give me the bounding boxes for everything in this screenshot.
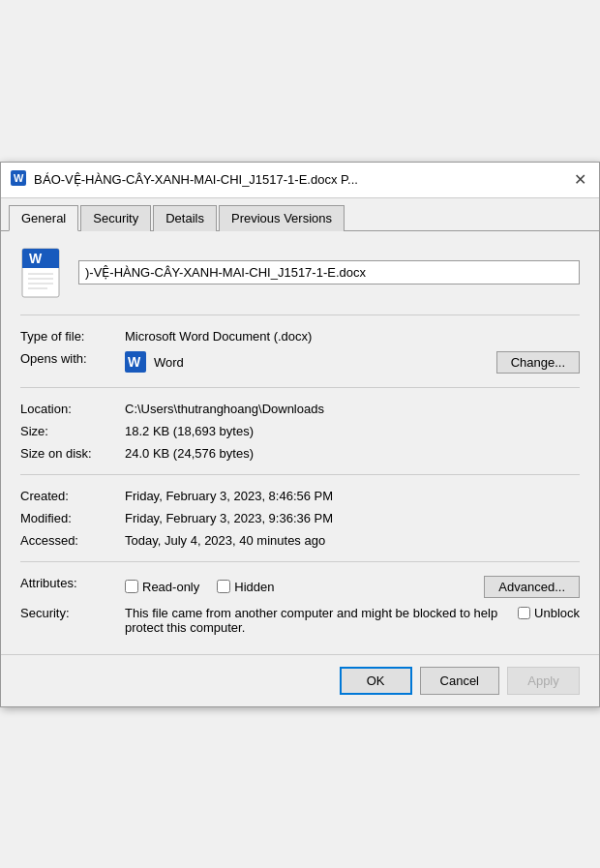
opens-with-app: Word [154, 355, 184, 370]
title-bar: W BẢO-VỆ-HÀNG-CÂY-XANH-MAI-CHI_J1517-1-E… [1, 163, 599, 198]
size-disk-row: Size on disk: 24.0 KB (24,576 bytes) [20, 442, 580, 464]
hidden-checkbox-label[interactable]: Hidden [217, 580, 274, 594]
modified-label: Modified: [20, 511, 117, 525]
accessed-row: Accessed: Today, July 4, 2023, 40 minute… [20, 529, 580, 552]
opens-label: Opens with: [20, 351, 117, 366]
tab-general[interactable]: General [9, 205, 78, 231]
tab-details[interactable]: Details [153, 205, 217, 231]
advanced-button[interactable]: Advanced... [484, 576, 580, 598]
attributes-row: Attributes: Read-only Hidden Advanced... [20, 572, 580, 602]
security-text: This file came from another computer and… [125, 606, 508, 635]
created-label: Created: [20, 489, 117, 503]
unblock-label: Unblock [534, 606, 580, 620]
type-label: Type of file: [20, 329, 117, 344]
hidden-checkbox[interactable] [217, 580, 230, 593]
cancel-button[interactable]: Cancel [420, 667, 499, 695]
svg-text:W: W [14, 172, 24, 184]
created-value: Friday, February 3, 2023, 8:46:56 PM [125, 489, 580, 503]
properties-dialog: W BẢO-VỆ-HÀNG-CÂY-XANH-MAI-CHI_J1517-1-E… [0, 162, 600, 707]
modified-value: Friday, February 3, 2023, 9:36:36 PM [125, 511, 580, 525]
window-title: BẢO-VỆ-HÀNG-CÂY-XANH-MAI-CHI_J1517-1-E.d… [34, 172, 358, 187]
accessed-label: Accessed: [20, 533, 117, 548]
readonly-label: Read-only [142, 580, 199, 594]
readonly-checkbox-label[interactable]: Read-only [125, 580, 199, 594]
location-value: C:\Users\thutranghoang\Downloads [125, 402, 580, 416]
type-row: Type of file: Microsoft Word Document (.… [20, 325, 580, 347]
size-row: Size: 18.2 KB (18,693 bytes) [20, 420, 580, 442]
attributes-content: Read-only Hidden Advanced... [125, 576, 580, 598]
divider-3 [20, 474, 580, 475]
size-disk-label: Size on disk: [20, 446, 117, 461]
security-label: Security: [20, 606, 117, 620]
dialog-footer: OK Cancel Apply [1, 654, 599, 706]
type-value: Microsoft Word Document (.docx) [125, 329, 580, 344]
size-label: Size: [20, 424, 117, 438]
divider-2 [20, 387, 580, 388]
size-disk-value: 24.0 KB (24,576 bytes) [125, 446, 580, 461]
title-bar-left: W BẢO-VỆ-HÀNG-CÂY-XANH-MAI-CHI_J1517-1-E… [11, 170, 358, 189]
divider-4 [20, 561, 580, 562]
created-row: Created: Friday, February 3, 2023, 8:46:… [20, 485, 580, 507]
file-name-input[interactable] [78, 260, 580, 284]
opens-with-icon: W [125, 351, 146, 373]
location-row: Location: C:\Users\thutranghoang\Downloa… [20, 398, 580, 420]
readonly-checkbox[interactable] [125, 580, 138, 593]
opens-with-content: W Word Change... [125, 351, 580, 374]
svg-text:W: W [128, 354, 141, 370]
file-icon: W [20, 247, 67, 299]
security-row: Security: This file came from another co… [20, 602, 580, 639]
tab-security[interactable]: Security [80, 205, 151, 231]
tabs-bar: General Security Details Previous Versio… [1, 198, 599, 231]
title-word-icon: W [11, 170, 26, 189]
accessed-value: Today, July 4, 2023, 40 minutes ago [125, 533, 580, 548]
tab-content: W Type of file: Microsoft Word Document … [1, 231, 599, 654]
change-button[interactable]: Change... [496, 351, 580, 374]
size-value: 18.2 KB (18,693 bytes) [125, 424, 580, 438]
svg-text:W: W [29, 251, 43, 266]
opens-row: Opens with: W Word Change... [20, 347, 580, 377]
unblock-checkbox[interactable] [518, 607, 530, 619]
apply-button[interactable]: Apply [507, 667, 580, 695]
unblock-checkbox-label[interactable]: Unblock [518, 606, 580, 620]
hidden-label: Hidden [234, 580, 274, 594]
ok-button[interactable]: OK [340, 667, 412, 695]
location-label: Location: [20, 402, 117, 416]
file-header: W [20, 247, 580, 299]
close-button[interactable]: ✕ [570, 170, 589, 190]
tab-previous-versions[interactable]: Previous Versions [219, 205, 345, 231]
attributes-label: Attributes: [20, 576, 117, 590]
modified-row: Modified: Friday, February 3, 2023, 9:36… [20, 507, 580, 529]
divider-1 [20, 314, 580, 315]
